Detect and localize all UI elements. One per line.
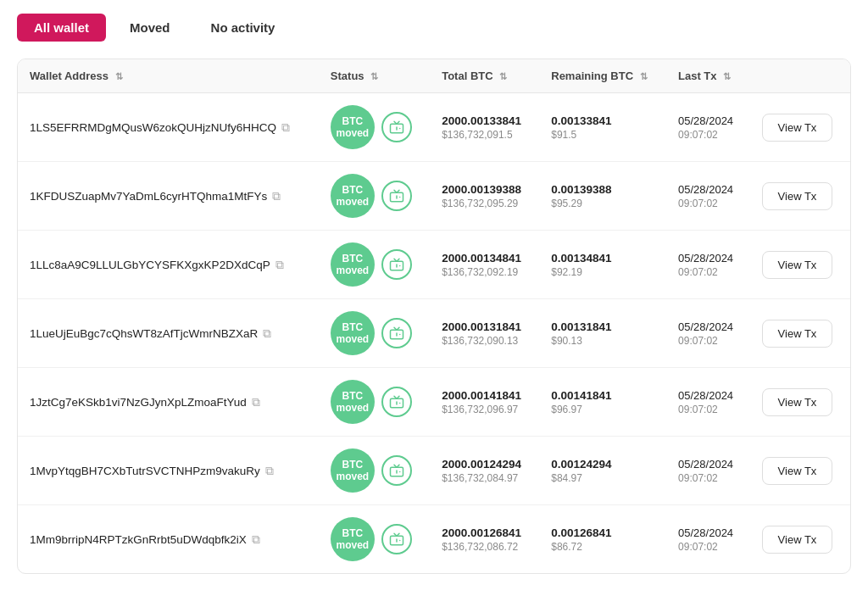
btc-moved-badge: BTC moved — [331, 311, 375, 355]
btc-moved-badge: BTC moved — [331, 380, 375, 424]
cell-remaining-btc-1: 0.00139388 $95.29 — [539, 162, 666, 231]
wallet-icon-circle — [381, 249, 412, 280]
tab-all-wallet[interactable]: All wallet — [17, 14, 106, 42]
wallet-icon-circle — [381, 318, 412, 348]
wallet-table-wrapper: Wallet Address ⇅ Status ⇅ Total BTC ⇅ Re… — [17, 58, 851, 574]
wallet-icon-circle — [381, 524, 412, 554]
view-tx-button[interactable]: View Tx — [762, 114, 833, 142]
wallet-address-text: 1LueUjEuBgc7cQhsWT8zAfTjcWmrNBZXaR — [30, 327, 258, 340]
cell-status-0: BTC moved — [319, 93, 430, 162]
cell-address-6: 1Mm9brripN4RPTzkGnRrbt5uDWdqbfk2iX ⧉ — [18, 505, 319, 574]
cell-remaining-btc-2: 0.00134841 $92.19 — [539, 231, 666, 299]
cell-status-2: BTC moved — [319, 231, 430, 299]
wallet-icon-circle — [381, 112, 412, 142]
sort-icon-wallet: ⇅ — [115, 71, 123, 82]
wallet-address-text: 1LS5EFRRMDgMQusW6zokQUHjzNUfy6HHCQ — [30, 121, 276, 134]
copy-icon[interactable]: ⧉ — [263, 326, 271, 341]
cell-action-1: View Tx — [750, 162, 850, 231]
cell-status-5: BTC moved — [319, 437, 430, 505]
cell-last-tx-0: 05/28/2024 09:07:02 — [666, 93, 750, 162]
col-last-tx[interactable]: Last Tx ⇅ — [666, 59, 750, 93]
view-tx-button[interactable]: View Tx — [762, 320, 833, 348]
view-tx-button[interactable]: View Tx — [762, 388, 833, 416]
btc-moved-badge: BTC moved — [331, 242, 375, 287]
col-action — [750, 59, 850, 93]
wallet-address-text: 1Mm9brripN4RPTzkGnRrbt5uDWdqbfk2iX — [30, 533, 247, 546]
view-tx-button[interactable]: View Tx — [762, 457, 833, 485]
col-wallet-address[interactable]: Wallet Address ⇅ — [18, 59, 319, 93]
tab-bar: All wallet Moved No activity — [17, 14, 851, 42]
cell-address-1: 1KFDUSZuapMv7YaDmL6cyrHTQhma1MtFYs ⧉ — [18, 162, 319, 231]
svg-point-9 — [399, 403, 401, 404]
table-row: 1JztCg7eKSkb1vi7NzGJynXpLZmoaFtYud ⧉ BTC… — [18, 368, 850, 437]
cell-remaining-btc-3: 0.00131841 $90.13 — [539, 299, 666, 368]
btc-moved-badge: BTC moved — [331, 517, 375, 561]
cell-last-tx-6: 05/28/2024 09:07:02 — [666, 505, 750, 574]
cell-action-4: View Tx — [750, 368, 850, 437]
cell-total-btc-0: 2000.00133841 $136,732,091.5 — [430, 93, 539, 162]
cell-last-tx-3: 05/28/2024 09:07:02 — [666, 299, 750, 368]
copy-icon[interactable]: ⧉ — [281, 120, 290, 135]
copy-icon[interactable]: ⧉ — [252, 395, 260, 409]
cell-address-2: 1LLc8aA9C9LLULGbYCYSFKXgxKP2DXdCqP ⧉ — [18, 231, 319, 299]
tab-no-activity[interactable]: No activity — [194, 14, 292, 42]
view-tx-button[interactable]: View Tx — [762, 526, 833, 554]
cell-remaining-btc-5: 0.00124294 $84.97 — [539, 437, 666, 505]
cell-total-btc-4: 2000.00141841 $136,732,096.97 — [430, 368, 539, 437]
svg-point-13 — [399, 540, 401, 542]
cell-status-6: BTC moved — [319, 505, 430, 574]
table-row: 1Mm9brripN4RPTzkGnRrbt5uDWdqbfk2iX ⧉ BTC… — [18, 505, 850, 574]
view-tx-button[interactable]: View Tx — [762, 182, 833, 210]
cell-total-btc-2: 2000.00134841 $136,732,092.19 — [430, 231, 539, 299]
cell-remaining-btc-4: 0.00141841 $96.97 — [539, 368, 666, 437]
cell-last-tx-4: 05/28/2024 09:07:02 — [666, 368, 750, 437]
copy-icon[interactable]: ⧉ — [272, 189, 281, 203]
cell-total-btc-1: 2000.00139388 $136,732,095.29 — [430, 162, 539, 231]
cell-last-tx-1: 05/28/2024 09:07:02 — [666, 162, 750, 231]
wallet-address-text: 1MvpYtqgBH7CXbTutrSVCTNHPzm9vakuRy — [30, 465, 260, 477]
svg-point-3 — [399, 197, 401, 198]
table-row: 1KFDUSZuapMv7YaDmL6cyrHTQhma1MtFYs ⧉ BTC… — [18, 162, 850, 231]
wallet-icon-circle — [381, 455, 412, 486]
cell-last-tx-2: 05/28/2024 09:07:02 — [666, 231, 750, 299]
wallet-address-text: 1LLc8aA9C9LLULGbYCYSFKXgxKP2DXdCqP — [30, 259, 270, 271]
cell-remaining-btc-6: 0.00126841 $86.72 — [539, 505, 666, 574]
svg-point-1 — [399, 128, 401, 130]
cell-action-0: View Tx — [750, 93, 850, 162]
cell-action-2: View Tx — [750, 231, 850, 299]
wallet-address-text: 1KFDUSZuapMv7YaDmL6cyrHTQhma1MtFYs — [30, 190, 267, 203]
sort-icon-lasttx: ⇅ — [723, 71, 731, 82]
cell-total-btc-3: 2000.00131841 $136,732,090.13 — [430, 299, 539, 368]
table-row: 1LueUjEuBgc7cQhsWT8zAfTjcWmrNBZXaR ⧉ BTC… — [18, 299, 850, 368]
copy-icon[interactable]: ⧉ — [275, 258, 284, 272]
svg-point-7 — [399, 334, 401, 336]
tab-moved[interactable]: Moved — [113, 14, 187, 42]
cell-action-3: View Tx — [750, 299, 850, 368]
table-row: 1MvpYtqgBH7CXbTutrSVCTNHPzm9vakuRy ⧉ BTC… — [18, 437, 850, 505]
copy-icon[interactable]: ⧉ — [265, 464, 274, 478]
cell-last-tx-5: 05/28/2024 09:07:02 — [666, 437, 750, 505]
wallet-icon-circle — [381, 387, 412, 417]
svg-point-11 — [399, 471, 401, 473]
cell-status-3: BTC moved — [319, 299, 430, 368]
btc-moved-badge: BTC moved — [331, 174, 375, 218]
col-total-btc[interactable]: Total BTC ⇅ — [430, 59, 539, 93]
cell-status-4: BTC moved — [319, 368, 430, 437]
cell-address-0: 1LS5EFRRMDgMQusW6zokQUHjzNUfy6HHCQ ⧉ — [18, 93, 319, 162]
cell-action-5: View Tx — [750, 437, 850, 505]
view-tx-button[interactable]: View Tx — [762, 251, 833, 279]
wallet-icon-circle — [381, 181, 412, 211]
table-header-row: Wallet Address ⇅ Status ⇅ Total BTC ⇅ Re… — [18, 59, 850, 93]
sort-icon-remaining: ⇅ — [640, 71, 648, 82]
btc-moved-badge: BTC moved — [331, 105, 375, 149]
table-row: 1LS5EFRRMDgMQusW6zokQUHjzNUfy6HHCQ ⧉ BTC… — [18, 93, 850, 162]
cell-address-5: 1MvpYtqgBH7CXbTutrSVCTNHPzm9vakuRy ⧉ — [18, 437, 319, 505]
cell-total-btc-6: 2000.00126841 $136,732,086.72 — [430, 505, 539, 574]
table-row: 1LLc8aA9C9LLULGbYCYSFKXgxKP2DXdCqP ⧉ BTC… — [18, 231, 850, 299]
btc-moved-badge: BTC moved — [331, 448, 375, 493]
cell-address-3: 1LueUjEuBgc7cQhsWT8zAfTjcWmrNBZXaR ⧉ — [18, 299, 319, 368]
copy-icon[interactable]: ⧉ — [252, 532, 260, 547]
col-status[interactable]: Status ⇅ — [319, 59, 430, 93]
col-remaining-btc[interactable]: Remaining BTC ⇅ — [539, 59, 666, 93]
cell-remaining-btc-0: 0.00133841 $91.5 — [539, 93, 666, 162]
